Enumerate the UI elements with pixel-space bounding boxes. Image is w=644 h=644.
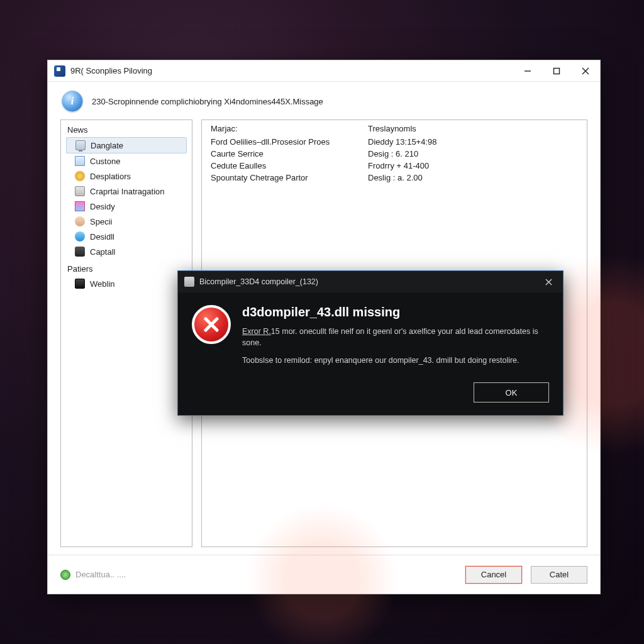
sidebar-item-custone[interactable]: Custone: [66, 153, 187, 169]
table-cell: Frodrry + 41-400: [368, 161, 578, 170]
sidebar-item-label: Captall: [90, 247, 115, 257]
sidebar-item-danglate[interactable]: Danglate: [66, 137, 187, 153]
table-head-c1: Marjac:: [211, 124, 368, 133]
titlebar: 9R( Sconplies Piloving: [48, 60, 600, 82]
table-cell: Ford Oelilies–dll.Prosesior Proes: [211, 137, 368, 147]
wave-icon: [75, 231, 85, 242]
status-text: Decalttua.. ....: [75, 570, 126, 579]
sidebar-item-captall[interactable]: Captall: [66, 244, 187, 259]
dialog-ok-button[interactable]: OK: [474, 382, 549, 402]
dialog-heading: d3dompiler_43.dll missing: [242, 305, 549, 319]
sidebar-item-craprtai[interactable]: Craprtai Inatragation: [66, 184, 187, 199]
sidebar-item-desidll[interactable]: Desidll: [66, 229, 187, 244]
dialog-footer: OK: [178, 376, 563, 415]
table-cell: Caurte Serrice: [211, 149, 368, 158]
disk-icon: [75, 186, 85, 196]
catel-button[interactable]: Catel: [531, 566, 587, 584]
dialog-paragraph-2: Toobslse to remilod: enpyl enanquere our…: [242, 355, 549, 366]
maximize-button[interactable]: [542, 60, 571, 82]
file-icon: [75, 156, 85, 166]
table-head-c2: Treslaynomls: [368, 124, 416, 133]
cancel-button[interactable]: Cancel: [465, 566, 522, 584]
dialog-close-button[interactable]: [540, 274, 557, 290]
error-x-icon: [192, 305, 231, 344]
dialog-body: d3dompiler_43.dll missing Exror R.15 mor…: [178, 292, 563, 376]
header-subtitle: 230-Scropinnende complichiobrying Xi4ndo…: [92, 97, 323, 106]
sidebar-item-label: Danglate: [91, 141, 123, 150]
app-icon: [54, 65, 65, 77]
status-area: Decalttua.. ....: [60, 570, 126, 580]
dialog-p1-rest: 15 mor. onecullt file nelf on it geenl o…: [242, 327, 538, 347]
header-strip: i 230-Scropinnende complichiobrying Xi4n…: [48, 82, 600, 119]
sidebar-item-specii[interactable]: Specii: [66, 214, 187, 229]
grid-icon: [75, 201, 85, 211]
status-ok-icon: [60, 570, 70, 580]
dialog-app-icon: [184, 277, 194, 287]
table-cell: Deslig : a. 2.00: [368, 173, 578, 182]
terminal-icon: [75, 279, 85, 289]
table-cell: Spountaty Chetrage Partor: [211, 173, 368, 182]
table-cell: Dieddy 13:15+4:98: [368, 137, 578, 147]
info-icon: i: [62, 91, 83, 112]
footer: Decalttua.. .... Cancel Catel: [48, 555, 600, 594]
sidebar-item-label: Desidy: [90, 202, 115, 211]
dialog-title: Bicompiler_33D4 compoiler_(132): [199, 277, 318, 286]
table-row: Spountaty Chetrage Partor Deslig : a. 2.…: [211, 172, 578, 184]
table-cell: Cedute Eaulles: [211, 161, 368, 170]
dialog-titlebar: Bicompiler_33D4 compoiler_(132): [178, 271, 563, 292]
table-cell: Desig : 6. 210: [368, 149, 578, 158]
error-dialog: Bicompiler_33D4 compoiler_(132) d3dompil…: [177, 270, 564, 416]
sidebar-item-label: Weblin: [90, 279, 115, 289]
sidebar-item-desidy[interactable]: Desidy: [66, 199, 187, 214]
sidebar-item-desplatiors[interactable]: Desplatiors: [66, 169, 187, 184]
star-icon: [75, 171, 85, 181]
table-row: Ford Oelilies–dll.Prosesior Proes Dieddy…: [211, 136, 578, 148]
table-row: Cedute Eaulles Frodrry + 41-400: [211, 160, 578, 172]
monitor-icon: [75, 140, 86, 150]
table-row: Caurte Serrice Desig : 6. 210: [211, 148, 578, 160]
sidebar-item-weblin[interactable]: Weblin: [66, 276, 187, 291]
dialog-text: d3dompiler_43.dll missing Exror R.15 mor…: [242, 305, 549, 372]
shield-icon: [75, 247, 85, 257]
sidebar-item-label: Desplatiors: [90, 172, 131, 181]
sidebar-section-news: News: [66, 124, 187, 137]
dialog-p1-underline: Exror R.: [242, 327, 271, 336]
table-header: Marjac: Treslaynomls: [211, 124, 578, 136]
dialog-paragraph-1: Exror R.15 mor. onecullt file nelf on it…: [242, 326, 549, 348]
svg-rect-1: [554, 68, 560, 74]
sidebar-item-label: Specii: [90, 217, 112, 226]
side-panel: News Danglate Custone Desplatiors Craprt…: [60, 119, 192, 547]
close-button[interactable]: [571, 60, 600, 82]
window-title: 9R( Sconplies Piloving: [70, 66, 152, 75]
sidebar-item-label: Craprtai Inatragation: [90, 187, 165, 196]
user-icon: [75, 216, 85, 226]
sidebar-item-label: Desidll: [90, 232, 114, 242]
minimize-button[interactable]: [513, 60, 542, 82]
sidebar-section-patiers: Patiers: [66, 263, 187, 276]
sidebar-item-label: Custone: [90, 157, 120, 166]
